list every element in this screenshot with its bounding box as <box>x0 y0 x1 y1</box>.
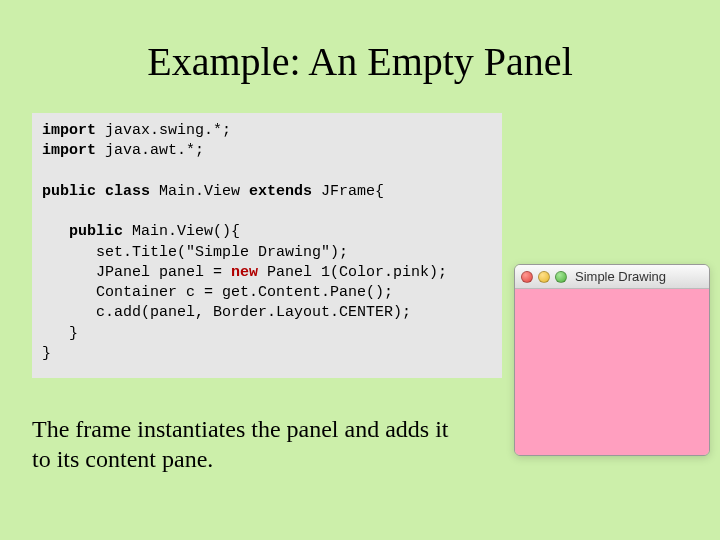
code-text: } <box>69 325 78 342</box>
code-block: import javax.swing.*; import java.awt.*;… <box>32 113 502 378</box>
slide-title: Example: An Empty Panel <box>0 0 720 113</box>
minimize-icon[interactable] <box>538 271 550 283</box>
code-kw: import <box>42 122 96 139</box>
code-kw: class <box>96 183 150 200</box>
code-kw: import <box>42 142 96 159</box>
code-text: set.Title("Simple Drawing"); <box>96 244 348 261</box>
code-text: javax.swing.*; <box>96 122 231 139</box>
code-text: java.awt.*; <box>96 142 204 159</box>
code-text: Panel 1(Color.pink); <box>258 264 447 281</box>
code-text: JPanel panel = <box>96 264 231 281</box>
window-title: Simple Drawing <box>575 269 666 284</box>
code-text: JFrame{ <box>312 183 384 200</box>
code-text: } <box>42 345 51 362</box>
demo-window: Simple Drawing <box>514 264 710 456</box>
code-kw: extends <box>249 183 312 200</box>
caption-line: The frame instantiates the panel and add… <box>32 416 449 442</box>
caption: The frame instantiates the panel and add… <box>32 414 512 474</box>
code-text: Container c = get.Content.Pane(); <box>96 284 393 301</box>
caption-line: to its content pane. <box>32 446 213 472</box>
code-kw: public <box>69 223 123 240</box>
code-text: Main.View <box>150 183 249 200</box>
code-text: Main.View(){ <box>123 223 240 240</box>
traffic-lights <box>521 271 567 283</box>
close-icon[interactable] <box>521 271 533 283</box>
code-text: c.add(panel, Border.Layout.CENTER); <box>96 304 411 321</box>
code-kw: public <box>42 183 96 200</box>
window-content-panel <box>515 289 709 455</box>
window-titlebar: Simple Drawing <box>515 265 709 289</box>
code-kw-new: new <box>231 264 258 281</box>
zoom-icon[interactable] <box>555 271 567 283</box>
